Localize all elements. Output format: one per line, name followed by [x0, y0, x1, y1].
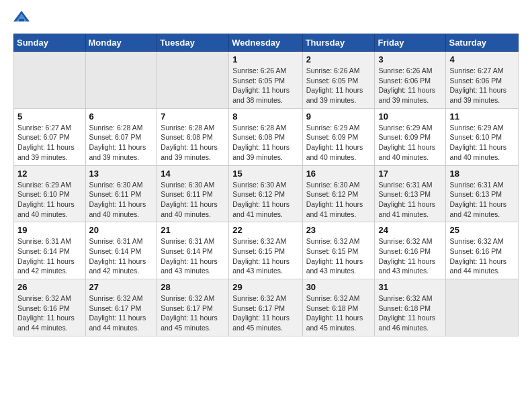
svg-rect-2 [19, 19, 24, 21]
week-row-3: 19Sunrise: 6:31 AM Sunset: 6:14 PM Dayli… [14, 222, 519, 279]
header [13, 11, 519, 27]
day-info: Sunrise: 6:31 AM Sunset: 6:13 PM Dayligh… [378, 180, 442, 220]
day-info: Sunrise: 6:32 AM Sunset: 6:18 PM Dayligh… [378, 293, 442, 333]
header-tuesday: Tuesday [157, 34, 229, 52]
header-wednesday: Wednesday [229, 34, 302, 52]
table-cell: 23Sunrise: 6:32 AM Sunset: 6:15 PM Dayli… [302, 222, 375, 279]
day-info: Sunrise: 6:27 AM Sunset: 6:06 PM Dayligh… [449, 66, 515, 105]
day-info: Sunrise: 6:28 AM Sunset: 6:08 PM Dayligh… [232, 123, 298, 163]
day-info: Sunrise: 6:32 AM Sunset: 6:15 PM Dayligh… [306, 236, 371, 276]
day-info: Sunrise: 6:29 AM Sunset: 6:09 PM Dayligh… [378, 123, 442, 163]
week-row-4: 26Sunrise: 6:32 AM Sunset: 6:16 PM Dayli… [14, 279, 519, 336]
table-cell: 3Sunrise: 6:26 AM Sunset: 6:06 PM Daylig… [375, 52, 446, 109]
table-cell: 30Sunrise: 6:32 AM Sunset: 6:18 PM Dayli… [302, 279, 375, 336]
day-number: 1 [232, 54, 298, 64]
table-cell [85, 52, 157, 109]
day-info: Sunrise: 6:32 AM Sunset: 6:17 PM Dayligh… [161, 293, 225, 333]
table-cell: 14Sunrise: 6:30 AM Sunset: 6:11 PM Dayli… [157, 165, 229, 222]
day-number: 19 [17, 225, 82, 235]
day-number: 14 [161, 169, 225, 179]
day-number: 30 [306, 282, 371, 292]
table-cell: 13Sunrise: 6:30 AM Sunset: 6:11 PM Dayli… [85, 165, 157, 222]
table-cell: 9Sunrise: 6:29 AM Sunset: 6:09 PM Daylig… [302, 108, 375, 165]
day-number: 15 [232, 169, 298, 179]
day-info: Sunrise: 6:32 AM Sunset: 6:18 PM Dayligh… [306, 293, 371, 333]
table-cell: 1Sunrise: 6:26 AM Sunset: 6:05 PM Daylig… [229, 52, 302, 109]
day-number: 23 [306, 225, 371, 235]
table-cell: 15Sunrise: 6:30 AM Sunset: 6:12 PM Dayli… [229, 165, 302, 222]
table-cell [157, 52, 229, 109]
logo [13, 11, 31, 27]
day-number: 28 [161, 282, 225, 292]
week-row-1: 5Sunrise: 6:27 AM Sunset: 6:07 PM Daylig… [14, 108, 519, 165]
header-saturday: Saturday [446, 34, 519, 52]
day-info: Sunrise: 6:29 AM Sunset: 6:10 PM Dayligh… [449, 123, 515, 163]
day-number: 9 [306, 111, 371, 122]
day-info: Sunrise: 6:30 AM Sunset: 6:11 PM Dayligh… [161, 180, 225, 220]
day-info: Sunrise: 6:31 AM Sunset: 6:13 PM Dayligh… [449, 180, 515, 220]
table-cell: 18Sunrise: 6:31 AM Sunset: 6:13 PM Dayli… [446, 165, 519, 222]
day-number: 7 [161, 111, 225, 122]
day-info: Sunrise: 6:27 AM Sunset: 6:07 PM Dayligh… [17, 123, 82, 163]
table-cell: 25Sunrise: 6:32 AM Sunset: 6:16 PM Dayli… [446, 222, 519, 279]
day-info: Sunrise: 6:32 AM Sunset: 6:17 PM Dayligh… [89, 293, 154, 333]
day-number: 21 [161, 225, 225, 235]
table-cell: 6Sunrise: 6:28 AM Sunset: 6:07 PM Daylig… [85, 108, 157, 165]
header-sunday: Sunday [14, 34, 86, 52]
day-number: 17 [378, 169, 442, 179]
day-number: 24 [378, 225, 442, 235]
day-info: Sunrise: 6:31 AM Sunset: 6:14 PM Dayligh… [161, 236, 225, 276]
day-info: Sunrise: 6:32 AM Sunset: 6:16 PM Dayligh… [378, 236, 442, 276]
day-number: 6 [89, 111, 154, 122]
table-cell [446, 279, 519, 336]
table-cell: 21Sunrise: 6:31 AM Sunset: 6:14 PM Dayli… [157, 222, 229, 279]
calendar-table: SundayMondayTuesdayWednesdayThursdayFrid… [13, 34, 519, 336]
table-cell: 22Sunrise: 6:32 AM Sunset: 6:15 PM Dayli… [229, 222, 302, 279]
page: SundayMondayTuesdayWednesdayThursdayFrid… [0, 0, 532, 411]
table-cell: 28Sunrise: 6:32 AM Sunset: 6:17 PM Dayli… [157, 279, 229, 336]
day-info: Sunrise: 6:28 AM Sunset: 6:07 PM Dayligh… [89, 123, 154, 163]
day-info: Sunrise: 6:31 AM Sunset: 6:14 PM Dayligh… [17, 236, 82, 276]
day-number: 16 [306, 169, 371, 179]
day-info: Sunrise: 6:30 AM Sunset: 6:12 PM Dayligh… [232, 180, 298, 220]
table-cell: 27Sunrise: 6:32 AM Sunset: 6:17 PM Dayli… [85, 279, 157, 336]
day-number: 4 [449, 54, 515, 64]
table-cell: 20Sunrise: 6:31 AM Sunset: 6:14 PM Dayli… [85, 222, 157, 279]
header-monday: Monday [85, 34, 157, 52]
day-info: Sunrise: 6:26 AM Sunset: 6:05 PM Dayligh… [232, 66, 298, 105]
table-cell: 16Sunrise: 6:30 AM Sunset: 6:12 PM Dayli… [302, 165, 375, 222]
table-cell: 8Sunrise: 6:28 AM Sunset: 6:08 PM Daylig… [229, 108, 302, 165]
day-number: 20 [89, 225, 154, 235]
table-cell: 5Sunrise: 6:27 AM Sunset: 6:07 PM Daylig… [14, 108, 86, 165]
day-number: 31 [378, 282, 442, 292]
day-number: 11 [449, 111, 515, 122]
day-number: 12 [17, 169, 82, 179]
day-number: 22 [232, 225, 298, 235]
table-cell: 24Sunrise: 6:32 AM Sunset: 6:16 PM Dayli… [375, 222, 446, 279]
day-info: Sunrise: 6:31 AM Sunset: 6:14 PM Dayligh… [89, 236, 154, 276]
table-cell: 26Sunrise: 6:32 AM Sunset: 6:16 PM Dayli… [14, 279, 86, 336]
day-number: 2 [306, 54, 371, 64]
table-cell: 12Sunrise: 6:29 AM Sunset: 6:10 PM Dayli… [14, 165, 86, 222]
calendar-header-row: SundayMondayTuesdayWednesdayThursdayFrid… [14, 34, 519, 52]
day-number: 18 [449, 169, 515, 179]
table-cell: 10Sunrise: 6:29 AM Sunset: 6:09 PM Dayli… [375, 108, 446, 165]
table-cell: 11Sunrise: 6:29 AM Sunset: 6:10 PM Dayli… [446, 108, 519, 165]
day-info: Sunrise: 6:32 AM Sunset: 6:17 PM Dayligh… [232, 293, 298, 333]
day-number: 26 [17, 282, 82, 292]
table-cell: 7Sunrise: 6:28 AM Sunset: 6:08 PM Daylig… [157, 108, 229, 165]
day-info: Sunrise: 6:29 AM Sunset: 6:09 PM Dayligh… [306, 123, 371, 163]
day-number: 27 [89, 282, 154, 292]
day-number: 3 [378, 54, 442, 64]
day-number: 5 [17, 111, 82, 122]
header-friday: Friday [375, 34, 446, 52]
day-info: Sunrise: 6:30 AM Sunset: 6:11 PM Dayligh… [89, 180, 154, 220]
day-info: Sunrise: 6:32 AM Sunset: 6:16 PM Dayligh… [449, 236, 515, 276]
day-info: Sunrise: 6:26 AM Sunset: 6:05 PM Dayligh… [306, 66, 371, 105]
table-cell: 31Sunrise: 6:32 AM Sunset: 6:18 PM Dayli… [375, 279, 446, 336]
day-info: Sunrise: 6:32 AM Sunset: 6:15 PM Dayligh… [232, 236, 298, 276]
day-info: Sunrise: 6:32 AM Sunset: 6:16 PM Dayligh… [17, 293, 82, 333]
table-cell: 17Sunrise: 6:31 AM Sunset: 6:13 PM Dayli… [375, 165, 446, 222]
day-number: 29 [232, 282, 298, 292]
day-info: Sunrise: 6:30 AM Sunset: 6:12 PM Dayligh… [306, 180, 371, 220]
